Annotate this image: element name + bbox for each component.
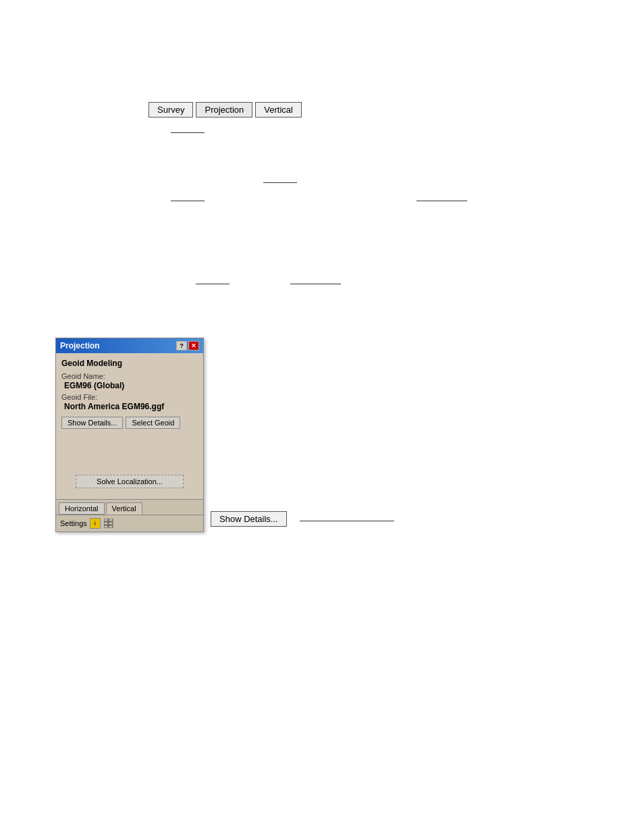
top-tabs-container: Survey Projection Vertical bbox=[149, 102, 302, 118]
settings-label: Settings bbox=[60, 519, 87, 527]
show-details-button[interactable]: Show Details... bbox=[211, 511, 287, 527]
svg-rect-0 bbox=[104, 519, 108, 521]
dialog-tab-horizontal[interactable]: Horizontal bbox=[59, 502, 105, 515]
tab-survey[interactable]: Survey bbox=[149, 102, 193, 118]
solve-localization-button[interactable]: Solve Localization... bbox=[76, 475, 184, 488]
svg-rect-3 bbox=[109, 522, 113, 525]
svg-rect-4 bbox=[104, 525, 108, 528]
dialog-help-button[interactable]: ? bbox=[176, 341, 187, 350]
svg-rect-1 bbox=[109, 519, 113, 521]
titlebar-buttons: ? ✕ bbox=[176, 341, 199, 350]
dialog-bottom-bar: Settings i bbox=[56, 515, 203, 531]
dialog-titlebar: Projection ? ✕ bbox=[56, 338, 203, 353]
svg-rect-5 bbox=[109, 525, 113, 528]
projection-dialog: Projection ? ✕ Geoid Modeling Geoid Name… bbox=[55, 338, 204, 532]
grid-icon[interactable] bbox=[103, 518, 115, 529]
geoid-file-label: Geoid File: bbox=[61, 393, 198, 401]
geoid-name-label: Geoid Name: bbox=[61, 372, 198, 380]
underline-hint-2 bbox=[263, 182, 297, 183]
dialog-tab-vertical[interactable]: Vertical bbox=[106, 502, 142, 515]
select-geoid-button[interactable]: Select Geoid bbox=[126, 417, 180, 429]
tab-vertical[interactable]: Vertical bbox=[255, 102, 302, 118]
underline-hint-1 bbox=[171, 132, 205, 133]
settings-icon[interactable]: i bbox=[90, 518, 101, 529]
dialog-spacer bbox=[61, 434, 198, 475]
geoid-file-value: North America EGM96.ggf bbox=[64, 402, 198, 411]
geoid-name-value: EGM96 (Global) bbox=[64, 381, 198, 390]
underline-hint-5 bbox=[196, 284, 230, 284]
dialog-title: Projection bbox=[60, 341, 100, 350]
svg-rect-2 bbox=[104, 522, 108, 525]
geoid-modeling-title: Geoid Modeling bbox=[61, 359, 198, 368]
show-details-dialog-button[interactable]: Show Details... bbox=[61, 417, 123, 429]
dialog-action-buttons: Show Details... Select Geoid bbox=[61, 417, 198, 429]
underline-hint-4 bbox=[417, 201, 467, 201]
underline-hint-3 bbox=[171, 201, 205, 201]
dialog-tabs: Horizontal Vertical bbox=[56, 499, 203, 515]
dialog-close-button[interactable]: ✕ bbox=[188, 341, 199, 350]
underline-hint-6 bbox=[290, 284, 341, 284]
tab-projection[interactable]: Projection bbox=[196, 102, 252, 118]
dialog-content: Geoid Modeling Geoid Name: EGM96 (Global… bbox=[56, 353, 203, 499]
show-details-underline bbox=[300, 521, 394, 521]
